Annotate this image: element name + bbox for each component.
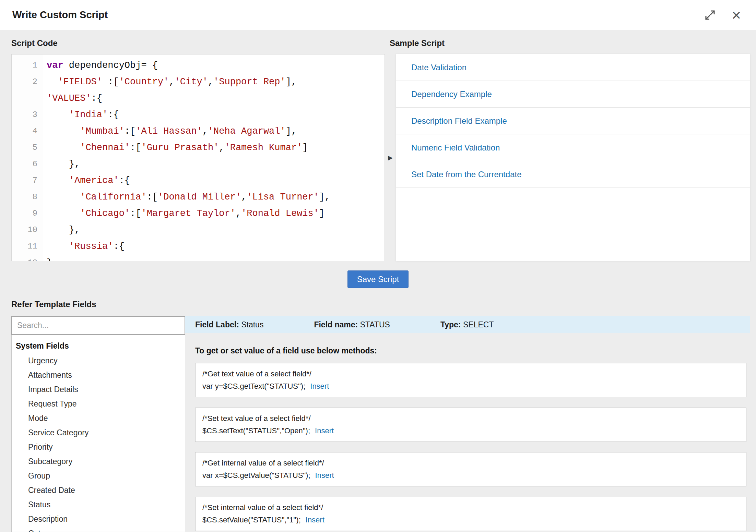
- save-script-button[interactable]: Save Script: [347, 270, 409, 288]
- sample-script-link[interactable]: Dependency Example: [396, 81, 750, 108]
- field-item[interactable]: Attachments: [12, 368, 185, 382]
- code-line: 'California':['Donald Miller','Lisa Turn…: [47, 189, 385, 205]
- method-box: /*Set internal value of a select field*/…: [195, 497, 746, 531]
- method-code: var x=$CS.getValue("STATUS");: [202, 471, 310, 480]
- line-number: 5: [12, 140, 37, 156]
- code-line: var dependencyObj= {: [47, 57, 385, 74]
- search-input[interactable]: [11, 316, 185, 335]
- code-line: },: [47, 255, 385, 261]
- field-item[interactable]: Category: [12, 526, 185, 532]
- method-code-row: $CS.setText("STATUS","Open");Insert: [202, 425, 739, 437]
- expand-icon[interactable]: [704, 9, 716, 21]
- field-detail-content: To get or set value of a field use below…: [185, 333, 750, 532]
- field-name-value: STATUS: [360, 320, 390, 329]
- method-code: $CS.setValue("STATUS","1");: [202, 516, 301, 524]
- write-custom-script-dialog: Write Custom Script × Script Code Sample…: [0, 0, 756, 532]
- insert-link[interactable]: Insert: [315, 426, 334, 435]
- dialog-title: Write Custom Script: [12, 9, 108, 21]
- line-number: 3: [12, 107, 37, 123]
- code-line: 'Mumbai':['Ali Hassan','Neha Agarwal'],: [47, 123, 385, 140]
- method-comment: /*Get text value of a select field*/: [202, 368, 739, 380]
- field-item[interactable]: Description: [12, 512, 185, 526]
- line-number: 9: [12, 205, 37, 222]
- field-detail-column: Field Label: Status Field name: STATUS T…: [185, 316, 750, 532]
- header-icons: ×: [704, 7, 741, 23]
- method-box: /*Set text value of a select field*/$CS.…: [195, 408, 746, 442]
- field-label-value: Status: [241, 320, 263, 329]
- line-number: 1: [12, 57, 37, 74]
- line-number: 12: [12, 255, 37, 261]
- sample-script-label: Sample Script: [390, 38, 445, 48]
- insert-link[interactable]: Insert: [315, 471, 334, 480]
- field-item[interactable]: Subcategory: [12, 454, 185, 469]
- panels-row: 123456789101112 var dependencyObj= { 'FI…: [0, 54, 756, 261]
- line-number: 8: [12, 189, 37, 205]
- editor-gutter: 123456789101112: [12, 55, 43, 261]
- refer-template-fields-label: Refer Template Fields: [11, 300, 756, 309]
- method-box: /*Get text value of a select field*/var …: [195, 363, 746, 397]
- method-comment: /*Set internal value of a select field*/: [202, 501, 739, 514]
- method-code-row: $CS.setValue("STATUS","1");Insert: [202, 514, 739, 526]
- line-number: [12, 90, 37, 107]
- code-line: 'Russia':{: [47, 238, 385, 255]
- editor-code[interactable]: var dependencyObj= { 'FIELDS' :['Country…: [43, 55, 385, 261]
- field-item[interactable]: Service Category: [12, 425, 185, 440]
- field-item[interactable]: Created Date: [12, 483, 185, 497]
- method-list: /*Get text value of a select field*/var …: [195, 363, 746, 531]
- code-line: 'FIELDS' :['Country','City','Support Rep…: [47, 74, 385, 90]
- method-comment: /*Set text value of a select field*/: [202, 412, 739, 425]
- line-number: 4: [12, 123, 37, 140]
- field-item[interactable]: Request Type: [12, 397, 185, 411]
- code-line: },: [47, 222, 385, 238]
- save-row: Save Script: [0, 270, 756, 288]
- line-number: 10: [12, 222, 37, 238]
- line-number: 6: [12, 156, 37, 172]
- refer-template-fields-section: System Fields UrgencyAttachmentsImpact D…: [0, 316, 756, 532]
- fields-list: UrgencyAttachmentsImpact DetailsRequest …: [12, 353, 185, 532]
- method-code-row: var y=$CS.getText("STATUS");Insert: [202, 380, 739, 392]
- fields-panel: System Fields UrgencyAttachmentsImpact D…: [11, 335, 185, 532]
- field-item[interactable]: Status: [12, 497, 185, 512]
- sample-script-link[interactable]: Description Field Example: [396, 108, 750, 134]
- field-item[interactable]: Mode: [12, 411, 185, 425]
- insert-link[interactable]: Insert: [306, 516, 324, 524]
- line-number: 11: [12, 238, 37, 255]
- field-label-key: Field Label:: [195, 320, 239, 329]
- system-fields-label: System Fields: [12, 338, 185, 353]
- sample-script-link[interactable]: Numeric Field Validation: [396, 134, 750, 161]
- field-type-value: SELECT: [463, 320, 494, 329]
- field-type-pair: Type: SELECT: [440, 320, 494, 329]
- field-type-key: Type:: [440, 320, 461, 329]
- collapse-panel-arrow-icon[interactable]: ▶: [388, 154, 393, 161]
- method-code: var y=$CS.getText("STATUS");: [202, 382, 305, 390]
- panel-gap: ▶: [385, 54, 396, 261]
- line-number: 2: [12, 74, 37, 90]
- code-line: 'India':{: [47, 107, 385, 123]
- method-code: $CS.setText("STATUS","Open");: [202, 426, 310, 435]
- code-line: 'Chicago':['Margaret Taylor','Ronald Lew…: [47, 205, 385, 222]
- dialog-header: Write Custom Script ×: [0, 0, 756, 30]
- sample-script-link[interactable]: Date Validation: [396, 54, 750, 81]
- fields-column: System Fields UrgencyAttachmentsImpact D…: [11, 316, 185, 532]
- line-number: 7: [12, 172, 37, 189]
- field-name-pair: Field name: STATUS: [314, 320, 390, 329]
- code-line: 'VALUES':{: [47, 90, 385, 107]
- script-code-label: Script Code: [11, 38, 750, 48]
- field-item[interactable]: Impact Details: [12, 382, 185, 397]
- field-label-pair: Field Label: Status: [195, 320, 263, 329]
- sample-script-list: Date ValidationDependency ExampleDescrip…: [396, 54, 750, 261]
- code-line: 'Chennai':['Guru Prasath','Ramesh Kumar'…: [47, 140, 385, 156]
- script-code-editor[interactable]: 123456789101112 var dependencyObj= { 'FI…: [11, 54, 385, 261]
- field-item[interactable]: Urgency: [12, 353, 185, 368]
- field-info-bar: Field Label: Status Field name: STATUS T…: [185, 316, 750, 333]
- code-line: },: [47, 156, 385, 172]
- insert-link[interactable]: Insert: [310, 382, 329, 390]
- panel-labels-row: Script Code Sample Script: [0, 30, 756, 54]
- method-comment: /*Get internal value of a select field*/: [202, 457, 739, 469]
- methods-intro: To get or set value of a field use below…: [195, 346, 746, 355]
- field-item[interactable]: Priority: [12, 440, 185, 454]
- field-item[interactable]: Group: [12, 469, 185, 483]
- close-icon[interactable]: ×: [732, 7, 741, 23]
- method-code-row: var x=$CS.getValue("STATUS");Insert: [202, 469, 739, 482]
- sample-script-link[interactable]: Set Date from the Currentdate: [396, 161, 750, 188]
